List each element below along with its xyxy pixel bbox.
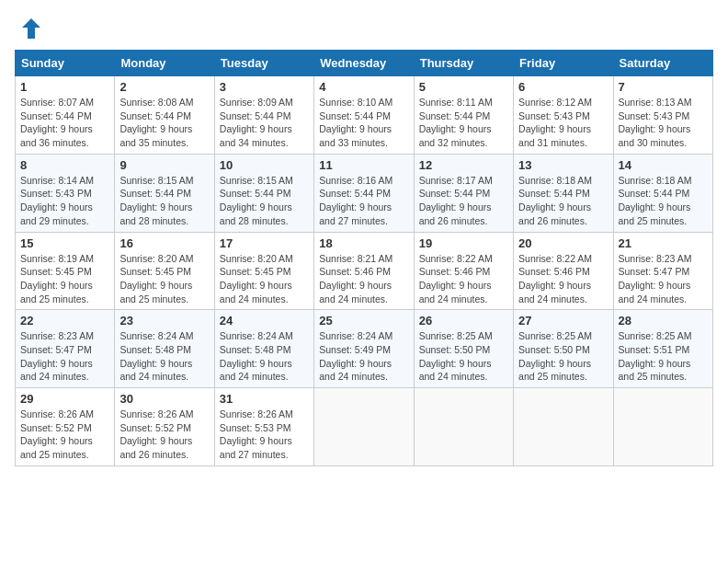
- day-info: Sunrise: 8:19 AMSunset: 5:45 PMDaylight:…: [20, 252, 109, 306]
- day-number: 14: [619, 158, 708, 172]
- day-number: 3: [220, 80, 309, 94]
- calendar-cell: 31 Sunrise: 8:26 AMSunset: 5:53 PMDaylig…: [214, 388, 313, 466]
- calendar-day-header: Sunday: [16, 51, 115, 76]
- calendar-cell: 3 Sunrise: 8:09 AMSunset: 5:44 PMDayligh…: [214, 76, 313, 155]
- calendar-cell: 28 Sunrise: 8:25 AMSunset: 5:51 PMDaylig…: [613, 310, 712, 388]
- day-number: 7: [619, 80, 708, 94]
- calendar-cell: 14 Sunrise: 8:18 AMSunset: 5:44 PMDaylig…: [613, 154, 712, 232]
- day-info: Sunrise: 8:10 AMSunset: 5:44 PMDaylight:…: [319, 96, 408, 150]
- day-number: 23: [119, 314, 209, 327]
- calendar-week-row: 8 Sunrise: 8:14 AMSunset: 5:43 PMDayligh…: [16, 154, 713, 232]
- calendar-cell: [514, 388, 613, 466]
- day-info: Sunrise: 8:26 AMSunset: 5:52 PMDaylight:…: [20, 408, 109, 462]
- day-info: Sunrise: 8:22 AMSunset: 5:46 PMDaylight:…: [419, 252, 508, 306]
- day-info: Sunrise: 8:15 AMSunset: 5:44 PMDaylight:…: [220, 174, 309, 228]
- day-number: 24: [220, 314, 309, 327]
- day-number: 11: [319, 158, 408, 172]
- day-number: 30: [119, 392, 209, 406]
- calendar-cell: 1 Sunrise: 8:07 AMSunset: 5:44 PMDayligh…: [16, 76, 115, 155]
- day-number: 12: [419, 158, 508, 172]
- day-number: 13: [518, 158, 608, 172]
- day-number: 27: [518, 314, 608, 327]
- calendar-cell: 22 Sunrise: 8:23 AMSunset: 5:47 PMDaylig…: [16, 310, 115, 388]
- calendar-cell: 2 Sunrise: 8:08 AMSunset: 5:44 PMDayligh…: [115, 76, 214, 155]
- calendar-cell: 25 Sunrise: 8:24 AMSunset: 5:49 PMDaylig…: [314, 310, 414, 388]
- day-info: Sunrise: 8:17 AMSunset: 5:44 PMDaylight:…: [419, 174, 508, 228]
- calendar-cell: 20 Sunrise: 8:22 AMSunset: 5:46 PMDaylig…: [514, 232, 613, 310]
- day-info: Sunrise: 8:24 AMSunset: 5:48 PMDaylight:…: [119, 329, 209, 384]
- calendar-cell: 17 Sunrise: 8:20 AMSunset: 5:45 PMDaylig…: [214, 232, 313, 310]
- day-info: Sunrise: 8:24 AMSunset: 5:48 PMDaylight:…: [220, 329, 309, 384]
- calendar-cell: 16 Sunrise: 8:20 AMSunset: 5:45 PMDaylig…: [115, 232, 214, 310]
- day-info: Sunrise: 8:12 AMSunset: 5:43 PMDaylight:…: [518, 96, 608, 150]
- calendar-cell: 10 Sunrise: 8:15 AMSunset: 5:44 PMDaylig…: [214, 154, 313, 232]
- day-info: Sunrise: 8:18 AMSunset: 5:44 PMDaylight:…: [518, 174, 608, 228]
- day-info: Sunrise: 8:26 AMSunset: 5:52 PMDaylight:…: [119, 408, 209, 462]
- day-number: 2: [119, 80, 209, 94]
- day-number: 31: [220, 392, 309, 406]
- calendar-day-header: Wednesday: [314, 51, 414, 76]
- day-number: 17: [220, 236, 309, 250]
- day-info: Sunrise: 8:25 AMSunset: 5:51 PMDaylight:…: [619, 329, 708, 384]
- calendar-week-row: 15 Sunrise: 8:19 AMSunset: 5:45 PMDaylig…: [16, 232, 713, 310]
- calendar-cell: 4 Sunrise: 8:10 AMSunset: 5:44 PMDayligh…: [314, 76, 414, 155]
- day-info: Sunrise: 8:22 AMSunset: 5:46 PMDaylight:…: [518, 252, 608, 306]
- day-number: 28: [619, 314, 708, 327]
- calendar-cell: [414, 388, 513, 466]
- calendar-week-row: 22 Sunrise: 8:23 AMSunset: 5:47 PMDaylig…: [16, 310, 713, 388]
- day-number: 29: [20, 392, 109, 406]
- day-info: Sunrise: 8:20 AMSunset: 5:45 PMDaylight:…: [119, 252, 209, 306]
- day-info: Sunrise: 8:13 AMSunset: 5:43 PMDaylight:…: [619, 96, 708, 150]
- day-number: 16: [119, 236, 209, 250]
- day-info: Sunrise: 8:08 AMSunset: 5:44 PMDaylight:…: [119, 96, 209, 150]
- day-number: 19: [419, 236, 508, 250]
- calendar-cell: 19 Sunrise: 8:22 AMSunset: 5:46 PMDaylig…: [414, 232, 513, 310]
- day-number: 8: [20, 158, 109, 172]
- day-info: Sunrise: 8:23 AMSunset: 5:47 PMDaylight:…: [619, 252, 708, 306]
- day-info: Sunrise: 8:15 AMSunset: 5:44 PMDaylight:…: [119, 174, 209, 228]
- day-number: 15: [20, 236, 109, 250]
- day-info: Sunrise: 8:25 AMSunset: 5:50 PMDaylight:…: [419, 329, 508, 384]
- day-number: 10: [220, 158, 309, 172]
- calendar-cell: 30 Sunrise: 8:26 AMSunset: 5:52 PMDaylig…: [115, 388, 214, 466]
- calendar-day-header: Saturday: [613, 51, 712, 76]
- calendar-cell: 6 Sunrise: 8:12 AMSunset: 5:43 PMDayligh…: [514, 76, 613, 155]
- day-info: Sunrise: 8:11 AMSunset: 5:44 PMDaylight:…: [419, 96, 508, 150]
- calendar-cell: 23 Sunrise: 8:24 AMSunset: 5:48 PMDaylig…: [115, 310, 214, 388]
- calendar-cell: 26 Sunrise: 8:25 AMSunset: 5:50 PMDaylig…: [414, 310, 513, 388]
- calendar-day-header: Monday: [115, 51, 214, 76]
- day-number: 1: [20, 80, 109, 94]
- day-number: 9: [119, 158, 209, 172]
- day-info: Sunrise: 8:14 AMSunset: 5:43 PMDaylight:…: [20, 174, 109, 228]
- day-number: 20: [518, 236, 608, 250]
- calendar-cell: 13 Sunrise: 8:18 AMSunset: 5:44 PMDaylig…: [514, 154, 613, 232]
- calendar-day-header: Tuesday: [214, 51, 313, 76]
- calendar-cell: 5 Sunrise: 8:11 AMSunset: 5:44 PMDayligh…: [414, 76, 513, 155]
- day-info: Sunrise: 8:20 AMSunset: 5:45 PMDaylight:…: [220, 252, 309, 306]
- calendar-table: SundayMondayTuesdayWednesdayThursdayFrid…: [15, 50, 713, 466]
- calendar-cell: 21 Sunrise: 8:23 AMSunset: 5:47 PMDaylig…: [613, 232, 712, 310]
- day-number: 22: [20, 314, 109, 327]
- day-number: 5: [419, 80, 508, 94]
- calendar-week-row: 1 Sunrise: 8:07 AMSunset: 5:44 PMDayligh…: [16, 76, 713, 155]
- day-number: 18: [319, 236, 408, 250]
- page-header: [15, 15, 713, 42]
- day-info: Sunrise: 8:07 AMSunset: 5:44 PMDaylight:…: [20, 96, 109, 150]
- calendar-header-row: SundayMondayTuesdayWednesdayThursdayFrid…: [16, 51, 713, 76]
- day-info: Sunrise: 8:26 AMSunset: 5:53 PMDaylight:…: [220, 408, 309, 462]
- day-number: 6: [518, 80, 608, 94]
- day-number: 25: [319, 314, 408, 327]
- logo: [15, 15, 46, 42]
- day-info: Sunrise: 8:18 AMSunset: 5:44 PMDaylight:…: [619, 174, 708, 228]
- day-info: Sunrise: 8:21 AMSunset: 5:46 PMDaylight:…: [319, 252, 408, 306]
- calendar-cell: 15 Sunrise: 8:19 AMSunset: 5:45 PMDaylig…: [16, 232, 115, 310]
- calendar-cell: 29 Sunrise: 8:26 AMSunset: 5:52 PMDaylig…: [16, 388, 115, 466]
- calendar-cell: 12 Sunrise: 8:17 AMSunset: 5:44 PMDaylig…: [414, 154, 513, 232]
- day-number: 4: [319, 80, 408, 94]
- day-number: 26: [419, 314, 508, 327]
- day-number: 21: [619, 236, 708, 250]
- day-info: Sunrise: 8:23 AMSunset: 5:47 PMDaylight:…: [20, 329, 109, 384]
- calendar-day-header: Friday: [514, 51, 613, 76]
- calendar-cell: [613, 388, 712, 466]
- logo-icon: [15, 15, 42, 42]
